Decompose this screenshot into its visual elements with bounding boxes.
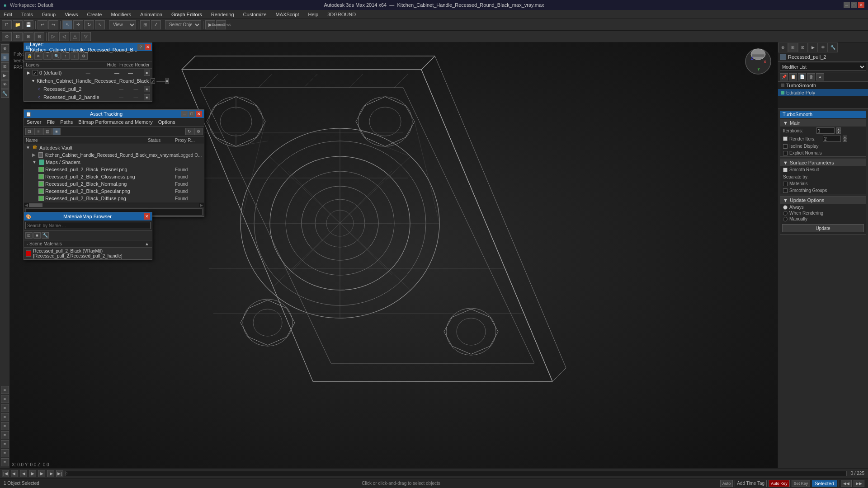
layer-tb-add[interactable]: + <box>43 52 52 60</box>
sidebar-bottom2[interactable]: ≡ <box>1 395 9 403</box>
asset-tb-4[interactable]: ■ <box>52 128 61 135</box>
layer-tb-find[interactable]: 🔍 <box>52 52 61 60</box>
toolbar-snap[interactable]: ⊞ <box>140 20 150 29</box>
manually-radio[interactable] <box>783 217 788 221</box>
render-iters-input[interactable] <box>823 136 841 142</box>
status-prev-frame[interactable]: ◀◀ <box>841 480 852 487</box>
smooth-result-check[interactable] <box>783 168 788 172</box>
status-key-btn[interactable]: Set Key <box>792 480 811 487</box>
rpanel-tab-utilities[interactable]: 🔧 <box>828 42 838 52</box>
menu-edit[interactable]: Edit <box>2 11 14 18</box>
tb2-btn7[interactable]: △ <box>70 32 80 41</box>
timeline-end[interactable]: ▶| <box>56 470 63 477</box>
render-iters-down[interactable]: ▼ <box>843 139 847 142</box>
asset-panel-close[interactable]: ✕ <box>196 111 202 117</box>
rpanel-tab-hierarchy[interactable]: ⊠ <box>798 42 808 52</box>
asset-panel-minimize[interactable]: ─ <box>181 111 188 117</box>
explicit-check[interactable] <box>783 151 788 155</box>
iterations-down[interactable]: ▼ <box>836 131 841 134</box>
layer-tb-lock[interactable]: 🔒 <box>25 52 33 60</box>
tb2-btn4[interactable]: ⊟ <box>34 32 44 41</box>
sidebar-create[interactable]: ⊕ <box>1 44 9 52</box>
iterations-up[interactable]: ▲ <box>836 127 841 131</box>
toolbar-save[interactable]: 💾 <box>24 20 33 29</box>
layer-item-recessed[interactable]: ○ Recessed_pull_2 — — ■ <box>35 85 152 93</box>
layer-tb-x[interactable]: ✕ <box>34 52 42 60</box>
asset-tb-settings[interactable]: ⚙ <box>194 128 203 135</box>
menu-help[interactable]: Help <box>307 11 321 18</box>
section-collapse[interactable]: ▲ <box>145 241 149 246</box>
status-next-frame[interactable]: ▶▶ <box>854 480 864 487</box>
asset-tb-refresh[interactable]: ↻ <box>185 128 193 135</box>
layer-tb-settings[interactable]: ⚙ <box>80 52 88 60</box>
tb2-btn2[interactable]: ⊡ <box>13 32 23 41</box>
toolbar-scale[interactable]: ⤡ <box>95 20 105 29</box>
sidebar-utilities[interactable]: 🔧 <box>1 89 9 98</box>
sidebar-modify[interactable]: ⊞ <box>1 53 9 61</box>
asset-item-diffuse[interactable]: Recessed_pull_2_Black_Diffuse.png Found <box>37 195 204 202</box>
modifier-item-turbosmooth[interactable]: TurboSmooth <box>778 82 868 89</box>
sidebar-bottom6[interactable]: ≡ <box>1 431 9 439</box>
menu-graph-editors[interactable]: Graph Editors <box>170 11 204 18</box>
scroll-left[interactable]: ◀ <box>24 203 29 207</box>
mod-nav-delete[interactable]: 🗑 <box>807 73 815 80</box>
viewport-area[interactable]: [+] [Perspective] [Shaded + Edged Faces]… <box>10 42 778 468</box>
status-animate-btn[interactable]: Auto Key <box>769 480 790 487</box>
menu-animation[interactable]: Animation <box>138 11 164 18</box>
isoline-check[interactable] <box>783 144 788 149</box>
tb2-btn8[interactable]: ▽ <box>81 32 91 41</box>
tb2-btn5[interactable]: ▷ <box>48 32 58 41</box>
timeline-next-key[interactable]: |▶ <box>47 470 54 477</box>
menu-tools[interactable]: Tools <box>19 11 35 18</box>
scroll-right[interactable]: ▶ <box>199 203 204 207</box>
material-panel-titlebar[interactable]: 🎨 Material/Map Browser ✕ <box>24 212 152 221</box>
layer-panel-titlebar[interactable]: ▤ Layer: Kitchen_Cabinet_Handle_Recessed… <box>24 43 152 51</box>
rpanel-tab-display[interactable]: 👁 <box>818 42 828 52</box>
layer-render-recessed[interactable]: ■ <box>144 86 150 92</box>
materials-check[interactable] <box>783 182 788 186</box>
asset-panel-titlebar[interactable]: 📋 Asset Tracking ─ □ ✕ <box>24 110 204 118</box>
sidebar-bottom9[interactable]: ≡ <box>1 458 9 466</box>
layer-panel-close[interactable]: ✕ <box>145 44 151 50</box>
layer-panel-question[interactable]: ? <box>137 44 144 50</box>
sidebar-bottom3[interactable]: ≡ <box>1 404 9 412</box>
update-button[interactable]: Update <box>782 224 864 232</box>
layer-item-cabinet[interactable]: ▼ Kitchen_Cabinet_Handle_Recessed_Round_… <box>29 77 152 85</box>
layer-item-handle[interactable]: ○ Recessed_pull_2_handle — — ■ <box>35 93 152 101</box>
asset-menu-bitmap[interactable]: Bitmap Performance and Memory <box>77 119 153 125</box>
when-rendering-radio[interactable] <box>783 211 788 216</box>
sidebar-bottom1[interactable]: ≡ <box>1 386 9 394</box>
maximize-button[interactable]: □ <box>851 2 857 8</box>
layer-render-cabinet[interactable]: ■ <box>165 78 169 84</box>
asset-tb-1[interactable]: ⊡ <box>25 128 33 135</box>
mat-tb-3[interactable]: 🔧 <box>42 232 49 239</box>
asset-item-maps[interactable]: ▼ Maps / Shaders <box>30 159 204 166</box>
timeline-prev[interactable]: ◀ <box>20 470 27 477</box>
asset-item-normal[interactable]: Recessed_pull_2_Black_Normal.png Found <box>37 180 204 188</box>
asset-menu-options[interactable]: Options <box>157 119 176 125</box>
mod-nav-copy[interactable]: 📋 <box>789 73 797 80</box>
rpanel-tab-create[interactable]: ⊕ <box>778 42 788 52</box>
sidebar-bottom5[interactable]: ≡ <box>1 422 9 430</box>
asset-item-vault[interactable]: ▼ 🏛 Autodesk Vault <box>24 144 204 151</box>
asset-tb-2[interactable]: ≡ <box>34 128 42 135</box>
menu-maxscript[interactable]: MAXScript <box>274 11 301 18</box>
asset-tb-3[interactable]: ▤ <box>43 128 52 135</box>
asset-menu-server[interactable]: Server <box>26 119 42 125</box>
minimize-button[interactable]: ─ <box>844 2 850 8</box>
smoothing-groups-check[interactable] <box>783 188 788 193</box>
sidebar-bottom4[interactable]: ≡ <box>1 413 9 421</box>
asset-item-fresnel[interactable]: Recessed_pull_2_Black_Fresnel.png Found <box>37 166 204 173</box>
mat-tb-1[interactable]: ⊡ <box>25 232 33 239</box>
layer-tb-up[interactable]: ↑ <box>61 52 70 60</box>
layer-check-default[interactable] <box>33 70 38 75</box>
menu-create[interactable]: Create <box>85 11 104 18</box>
menu-rendering[interactable]: Rendering <box>209 11 236 18</box>
timeline-prev-key[interactable]: ◀| <box>11 470 18 477</box>
update-options-header[interactable]: ▼ Update Options <box>780 197 866 204</box>
asset-item-specular[interactable]: Recessed_pull_2_Black_Specular.png Found <box>37 188 204 195</box>
modifier-item-editpoly[interactable]: Editable Poly <box>778 89 868 96</box>
layer-render-default[interactable]: ■ <box>144 70 150 76</box>
menu-modifiers[interactable]: Modifiers <box>109 11 133 18</box>
render-iters-check[interactable] <box>783 136 788 141</box>
